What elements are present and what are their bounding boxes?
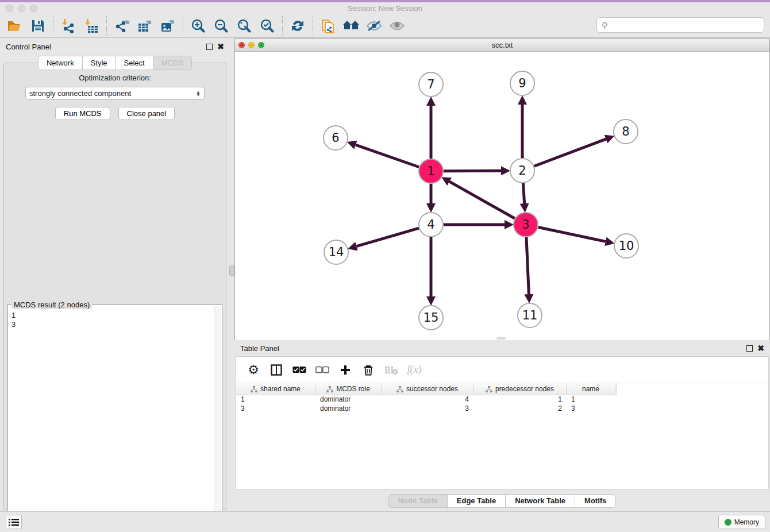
graph-edge-3-1[interactable] — [449, 182, 515, 218]
zoom-selected-icon[interactable] — [256, 16, 279, 36]
tab-motifs[interactable]: Motifs — [575, 494, 616, 508]
table-cell[interactable]: dominator — [315, 404, 382, 414]
graph-node-label: 2 — [518, 164, 526, 178]
control-panel-tabs: NetworkStyleSelectMCDS — [0, 56, 230, 70]
table-cell[interactable]: 3 — [236, 404, 315, 414]
column-header-label: name — [582, 385, 599, 393]
result-scrollbar[interactable] — [214, 306, 221, 523]
graph-node-label: 10 — [619, 239, 634, 253]
network-window: scc.txt ✕ − + 7968124314101511 — [234, 38, 770, 340]
column-header-label: successor nodes — [406, 385, 458, 393]
graph-edge-1-6[interactable] — [356, 145, 419, 167]
float-panel-icon[interactable] — [206, 44, 213, 50]
titlebar: Session: New Session — [0, 2, 770, 14]
deselect-all-checkboxes-icon[interactable] — [315, 363, 329, 377]
memory-status-icon — [725, 519, 732, 526]
graph-node-label: 11 — [522, 309, 538, 322]
tab-node-table[interactable]: Node Table — [388, 494, 447, 508]
canvas-resize-grip[interactable] — [496, 337, 506, 340]
tab-network[interactable]: Network — [38, 56, 82, 70]
graph-edge-2-3[interactable] — [523, 183, 524, 203]
table-tabs: Node TableEdge TableNetwork TableMotifs — [234, 494, 770, 508]
column-header-successor-nodes[interactable]: successor nodes — [382, 383, 473, 395]
criterion-selected-value: strongly connected component — [29, 89, 196, 98]
add-column-plus-icon[interactable] — [338, 363, 352, 377]
column-header-label: MCDS role — [336, 385, 370, 393]
hide-eye-slash-icon[interactable] — [363, 16, 386, 36]
search-input[interactable] — [610, 21, 764, 29]
tree-hierarchy-icon — [326, 386, 333, 392]
open-folder-icon[interactable] — [3, 16, 26, 36]
home-networks-icon[interactable] — [340, 16, 363, 36]
graph-node-label: 7 — [427, 78, 434, 91]
zoom-in-icon[interactable] — [187, 16, 210, 36]
graph-node-label: 15 — [424, 311, 439, 325]
search-icon: ⚲ — [602, 21, 607, 30]
table-row[interactable]: 1dominator411 — [236, 395, 768, 404]
select-stepper-icon: ▲▼ — [196, 91, 201, 97]
show-eye-icon[interactable] — [386, 16, 409, 36]
column-header-name[interactable]: name — [567, 383, 615, 395]
panel-splitter-grip[interactable] — [229, 265, 234, 276]
column-header-predecessor-nodes[interactable]: predecessor nodes — [473, 383, 567, 395]
search-box[interactable]: ⚲ — [596, 17, 764, 33]
save-icon[interactable] — [26, 16, 49, 36]
import-table-icon[interactable] — [80, 16, 103, 36]
zoom-out-icon[interactable] — [210, 16, 233, 36]
table-cell[interactable]: 3 — [382, 404, 473, 414]
column-header-mcds-role[interactable]: MCDS role — [315, 383, 382, 395]
graph-node-label: 6 — [332, 131, 339, 145]
table-row[interactable]: 3dominator323 — [236, 404, 768, 414]
tab-style[interactable]: Style — [82, 56, 116, 70]
table-cell[interactable]: 1 — [236, 395, 315, 404]
split-columns-icon[interactable] — [270, 363, 283, 377]
criterion-select[interactable]: strongly connected component ▲▼ — [25, 87, 205, 100]
table-cell[interactable]: 4 — [382, 395, 473, 404]
clone-network-icon[interactable] — [317, 16, 340, 36]
graph-edge-3-11[interactable] — [526, 237, 529, 294]
control-panel-body: Optimization criterion: strongly connect… — [3, 63, 226, 510]
table-cell[interactable]: 3 — [567, 404, 615, 414]
table-cell[interactable]: 1 — [473, 395, 567, 404]
mcds-result-item: 1 — [11, 311, 214, 320]
control-panel-header: Control Panel ✖ — [0, 38, 230, 55]
close-panel-icon[interactable]: ✖ — [217, 44, 224, 50]
export-image-icon[interactable] — [156, 16, 179, 36]
close-table-panel-icon[interactable]: ✖ — [757, 345, 764, 352]
table-settings-gear-icon[interactable]: ⚙ — [247, 363, 260, 377]
float-table-panel-icon[interactable] — [746, 345, 753, 352]
delete-column-trash-icon[interactable] — [361, 363, 375, 377]
graph-node-label: 8 — [622, 125, 629, 138]
graph-node-label: 14 — [329, 245, 344, 259]
import-network-icon[interactable] — [57, 16, 80, 36]
table-cell[interactable]: dominator — [315, 395, 382, 404]
table-cell[interactable]: 1 — [567, 395, 615, 404]
tab-edge-table[interactable]: Edge Table — [447, 494, 505, 508]
graph-edge-1-2[interactable] — [444, 171, 501, 171]
close-panel-button[interactable]: Close panel — [118, 107, 175, 120]
tab-select[interactable]: Select — [116, 56, 153, 70]
column-header-shared-name[interactable]: shared name — [236, 383, 315, 395]
tree-hierarchy-icon — [486, 386, 492, 392]
mcds-result-box: MCDS result (2 nodes) 13 — [7, 304, 222, 525]
network-window-titlebar[interactable]: scc.txt ✕ − + — [235, 39, 769, 52]
table-cell[interactable]: 2 — [473, 404, 567, 414]
export-network-icon[interactable] — [110, 16, 133, 36]
graph-edge-3-10[interactable] — [538, 228, 606, 242]
zoom-fit-icon[interactable] — [233, 16, 256, 36]
memory-button[interactable]: Memory — [718, 515, 765, 529]
export-table-icon[interactable] — [133, 16, 156, 36]
table-toolbar: ⚙ f(x) — [236, 357, 768, 383]
graph-edge-4-14[interactable] — [357, 228, 419, 246]
task-history-button[interactable] — [6, 515, 22, 529]
graph-edge-2-8[interactable] — [534, 139, 606, 166]
select-all-checkboxes-icon[interactable] — [292, 363, 306, 377]
table-rows: 1dominator4113dominator323 — [236, 395, 768, 414]
refresh-layout-icon[interactable] — [286, 16, 309, 36]
toolbar-separator — [53, 16, 53, 36]
tab-network-table[interactable]: Network Table — [505, 494, 575, 508]
run-mcds-button[interactable]: Run MCDS — [55, 107, 110, 120]
table-panel-title: Table Panel — [240, 344, 746, 353]
tab-mcds[interactable]: MCDS — [153, 56, 192, 70]
network-canvas[interactable]: 7968124314101511 — [235, 52, 769, 340]
